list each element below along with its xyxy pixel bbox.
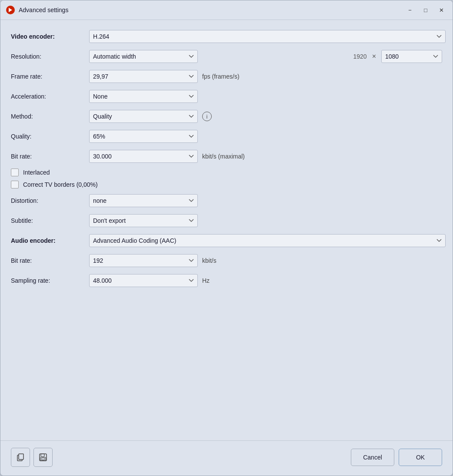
- interlaced-label[interactable]: Interlaced: [23, 169, 50, 176]
- resolution-label: Resolution:: [11, 53, 89, 60]
- bit-rate-video-unit: kbit/s (maximal): [202, 153, 245, 160]
- subtitle-label: Subtitle:: [11, 217, 89, 224]
- method-label: Method:: [11, 113, 89, 120]
- frame-rate-control: 23,976 24 25 29,97 30 50 59,94 60 fps (f…: [89, 70, 442, 83]
- frame-rate-unit: fps (frames/s): [202, 73, 240, 80]
- frame-rate-label: Frame rate:: [11, 73, 89, 80]
- bit-rate-audio-unit: kbit/s: [202, 257, 217, 264]
- footer: Cancel OK: [0, 440, 453, 476]
- svg-rect-4: [41, 454, 44, 456]
- bit-rate-video-select[interactable]: 1000 2000 5000 10000 20000 30.000: [89, 150, 198, 163]
- subtitle-row: Subtitle: Don't export Burn in Export se…: [11, 213, 442, 228]
- svg-rect-2: [19, 454, 23, 459]
- interlaced-checkbox[interactable]: [11, 169, 19, 176]
- bit-rate-video-label: Bit rate:: [11, 153, 89, 160]
- resolution-select[interactable]: Automatic width Custom 1920×1080 1280×72…: [89, 50, 198, 63]
- sampling-rate-control: 22.050 44.100 48.000 Hz: [89, 274, 442, 287]
- resolution-row: Resolution: Automatic width Custom 1920×…: [11, 49, 442, 64]
- sampling-rate-label: Sampling rate:: [11, 277, 89, 284]
- subtitle-control: Don't export Burn in Export separately: [89, 214, 442, 227]
- subtitle-select[interactable]: Don't export Burn in Export separately: [89, 214, 198, 227]
- sampling-rate-select[interactable]: 22.050 44.100 48.000: [89, 274, 198, 287]
- advanced-settings-window: Advanced settings − □ ✕ Video encoder: H…: [0, 0, 453, 476]
- save-button[interactable]: [33, 448, 53, 467]
- resolution-height-select[interactable]: 1080 720 480: [381, 50, 442, 63]
- method-row: Method: Quality Bit rate Constant bit ra…: [11, 109, 442, 124]
- sampling-rate-row: Sampling rate: 22.050 44.100 48.000 Hz: [11, 273, 442, 288]
- window-title: Advanced settings: [19, 7, 400, 13]
- sampling-rate-unit: Hz: [202, 277, 210, 284]
- interlaced-row: Interlaced: [11, 169, 442, 176]
- resolution-separator: ×: [372, 53, 376, 60]
- video-encoder-control: H.264 H.265 VP9 AV1: [89, 30, 446, 43]
- frame-rate-row: Frame rate: 23,976 24 25 29,97 30 50 59,…: [11, 69, 442, 84]
- bit-rate-audio-select[interactable]: 64 96 128 160 192 256 320: [89, 254, 198, 267]
- titlebar: Advanced settings − □ ✕: [0, 0, 453, 20]
- acceleration-control: None Hardware: [89, 90, 442, 103]
- minimize-button[interactable]: −: [404, 4, 416, 16]
- distortion-control: none barrel pincushion: [89, 194, 442, 207]
- bit-rate-audio-label: Bit rate:: [11, 257, 89, 264]
- quality-control: 50% 55% 60% 65% 70% 75% 80% 85% 90% 95%: [89, 130, 442, 143]
- close-button[interactable]: ✕: [435, 4, 447, 16]
- footer-right-buttons: Cancel OK: [351, 449, 442, 466]
- method-info-icon: i: [202, 112, 212, 121]
- audio-encoder-label: Audio encoder:: [11, 237, 89, 244]
- video-encoder-label: Video encoder:: [11, 33, 89, 40]
- correct-tv-row: Correct TV borders (0,00%): [11, 181, 442, 188]
- save-icon: [39, 453, 47, 461]
- frame-rate-select[interactable]: 23,976 24 25 29,97 30 50 59,94 60: [89, 70, 198, 83]
- copy-icon: [17, 453, 24, 461]
- distortion-select[interactable]: none barrel pincushion: [89, 194, 198, 207]
- ok-button[interactable]: OK: [399, 449, 442, 466]
- cancel-button[interactable]: Cancel: [351, 449, 394, 466]
- method-select[interactable]: Quality Bit rate Constant bit rate: [89, 110, 198, 123]
- correct-tv-checkbox[interactable]: [11, 181, 19, 188]
- audio-encoder-control: Advanced Audio Coding (AAC) MP3 Opus FLA…: [89, 234, 446, 247]
- distortion-label: Distortion:: [11, 197, 89, 204]
- distortion-row: Distortion: none barrel pincushion: [11, 193, 442, 208]
- video-encoder-select[interactable]: H.264 H.265 VP9 AV1: [89, 30, 446, 43]
- svg-rect-6: [42, 458, 44, 460]
- bit-rate-audio-row: Bit rate: 64 96 128 160 192 256 320 kbit…: [11, 253, 442, 268]
- settings-content: Video encoder: H.264 H.265 VP9 AV1 Resol…: [0, 20, 453, 440]
- copy-settings-button[interactable]: [11, 448, 30, 467]
- correct-tv-label[interactable]: Correct TV borders (0,00%): [23, 181, 98, 188]
- quality-select[interactable]: 50% 55% 60% 65% 70% 75% 80% 85% 90% 95%: [89, 130, 198, 143]
- quality-label: Quality:: [11, 133, 89, 140]
- resolution-control: Automatic width Custom 1920×1080 1280×72…: [89, 50, 442, 63]
- footer-left-buttons: [11, 448, 346, 467]
- quality-row: Quality: 50% 55% 60% 65% 70% 75% 80% 85%…: [11, 129, 442, 144]
- maximize-button[interactable]: □: [420, 4, 432, 16]
- method-control: Quality Bit rate Constant bit rate i: [89, 110, 442, 123]
- acceleration-row: Acceleration: None Hardware: [11, 89, 442, 104]
- app-icon: [6, 5, 15, 15]
- audio-encoder-row: Audio encoder: Advanced Audio Coding (AA…: [11, 233, 442, 248]
- audio-encoder-select[interactable]: Advanced Audio Coding (AAC) MP3 Opus FLA…: [89, 234, 446, 247]
- bit-rate-video-row: Bit rate: 1000 2000 5000 10000 20000 30.…: [11, 149, 442, 164]
- resolution-width: 1920: [347, 53, 367, 60]
- bit-rate-audio-control: 64 96 128 160 192 256 320 kbit/s: [89, 254, 442, 267]
- bit-rate-video-control: 1000 2000 5000 10000 20000 30.000 kbit/s…: [89, 150, 442, 163]
- acceleration-label: Acceleration:: [11, 93, 89, 100]
- video-encoder-row: Video encoder: H.264 H.265 VP9 AV1: [11, 29, 442, 44]
- acceleration-select[interactable]: None Hardware: [89, 90, 198, 103]
